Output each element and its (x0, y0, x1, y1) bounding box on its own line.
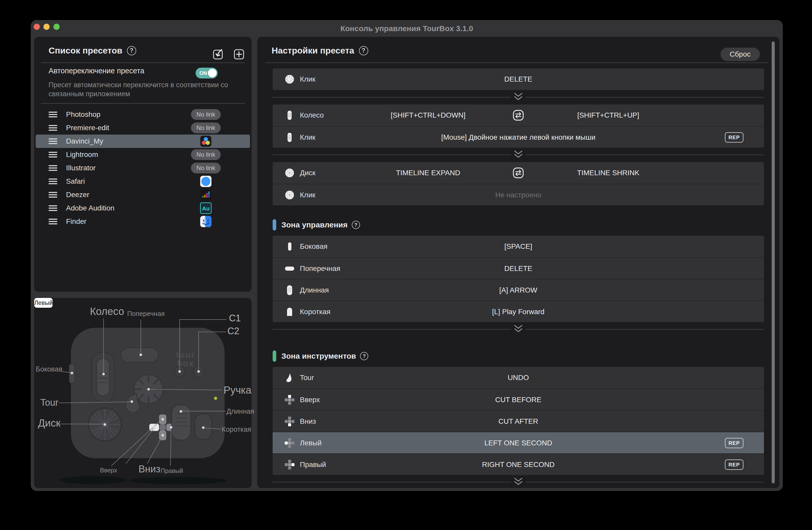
preset-name: Photoshop (66, 108, 100, 121)
repeat-badge: REP (725, 438, 743, 448)
preset-row[interactable]: Safari (36, 175, 250, 188)
auto-switch-toggle[interactable]: ON (195, 68, 218, 79)
help-icon[interactable]: ? (359, 46, 368, 55)
drag-handle-icon[interactable] (48, 125, 57, 131)
control-row[interactable]: КликDELETE (273, 68, 764, 90)
control-group: Боковая[SPACE]ПоперечнаяDELETE Длинная[A… (273, 236, 764, 322)
help-icon[interactable]: ? (352, 221, 360, 229)
control-row[interactable]: ВверхCUT BEFORE (273, 389, 764, 410)
import-preset-button[interactable] (213, 48, 224, 60)
action-value[interactable]: DELETE (273, 68, 764, 90)
divider (273, 482, 511, 483)
settings-content: КликDELETE Колесо[SHIFT+CTRL+DOWN] [SHIF… (273, 62, 764, 488)
group-separator (273, 475, 764, 488)
no-link-badge: No link (191, 163, 221, 173)
diagram-label-transverse: Поперечная (127, 310, 165, 318)
chevron-double-down-icon[interactable] (511, 92, 525, 102)
preset-row[interactable]: PhotoshopNo link (36, 108, 250, 121)
control-row[interactable]: ВнизCUT AFTER (273, 410, 764, 432)
action-value[interactable]: LEFT ONE SECOND (273, 432, 764, 454)
action-value[interactable]: UNDO (273, 367, 764, 389)
audition-icon: Au (200, 202, 212, 214)
drag-handle-icon[interactable] (48, 152, 57, 157)
reset-button[interactable]: Сброс (721, 47, 760, 61)
preset-list-panel: Список пресетов ? Автопереключение пресе… (34, 37, 251, 292)
control-row[interactable]: ДискTIMELINE EXPAND TIMELINE SHRINK (273, 162, 764, 184)
diagram-label-tour: Tour (40, 397, 58, 408)
control-row[interactable]: Длинная[A] ARROW (273, 279, 764, 301)
finder-icon (200, 215, 212, 227)
action-value[interactable]: [L] Play Forward (273, 301, 764, 322)
action-value[interactable]: DELETE (273, 258, 764, 279)
drag-handle-icon[interactable] (48, 205, 57, 211)
diagram-label-right: Правый (161, 467, 183, 474)
drag-handle-icon[interactable] (48, 165, 57, 171)
vertical-scrollbar[interactable] (772, 41, 775, 484)
diagram-label-up: Вверх (100, 467, 117, 474)
control-row[interactable]: ПравыйRIGHT ONE SECONDREP (273, 453, 764, 475)
preset-settings-panel: Настройки пресета ? Сброс КликDELETE Кол… (257, 37, 779, 488)
divider (525, 329, 764, 330)
divider (273, 97, 511, 98)
diagram-label-c2: C2 (228, 326, 239, 336)
drag-handle-icon[interactable] (48, 112, 57, 117)
diagram-label-side: Боковая (36, 365, 62, 373)
drag-handle-icon[interactable] (48, 179, 57, 184)
no-link-badge: No link (191, 149, 221, 160)
tourbox-device-illustration: tour box (34, 298, 251, 488)
drag-handle-icon[interactable] (48, 219, 57, 224)
no-link-badge: No link (191, 123, 221, 133)
chevron-double-down-icon[interactable] (511, 477, 525, 487)
control-row[interactable]: Боковая[SPACE] (273, 236, 764, 257)
action-right[interactable]: [SHIFT+CTRL+UP] (452, 104, 764, 126)
action-value[interactable]: CUT BEFORE (273, 389, 764, 410)
deezer-icon (200, 189, 212, 201)
chevron-double-down-icon[interactable] (511, 150, 525, 160)
action-right[interactable]: TIMELINE SHRINK (452, 162, 764, 184)
preset-list-title: Список пресетов (48, 45, 122, 56)
control-row[interactable]: TourUNDO (273, 367, 764, 389)
help-icon[interactable]: ? (360, 352, 368, 360)
preset-row[interactable]: Premiere-editNo link (36, 121, 250, 135)
action-value[interactable]: Не настроено (273, 184, 764, 205)
preset-row[interactable]: LightroomNo link (36, 148, 250, 161)
chevron-double-down-icon[interactable] (511, 324, 525, 334)
action-value[interactable]: [Mouse] Двойное нажатие левой кнопки мыш… (273, 127, 764, 148)
preset-row[interactable]: Davinci_My (36, 135, 250, 148)
diagram-label-disk: Диск (38, 417, 60, 429)
action-value[interactable]: RIGHT ONE SECOND (273, 454, 764, 475)
control-row[interactable]: ПоперечнаяDELETE (273, 257, 764, 279)
add-preset-button[interactable] (233, 48, 245, 60)
action-value[interactable]: [SPACE] (273, 236, 764, 257)
titlebar[interactable]: Консоль управления TourBox 3.1.0 (31, 20, 782, 37)
preset-name: Illustrator (66, 161, 96, 175)
preset-row[interactable]: Adobe Audition Au (36, 201, 250, 215)
divider (273, 329, 511, 330)
control-row[interactable]: ЛевыйLEFT ONE SECONDREP (273, 432, 764, 453)
control-row[interactable]: КликНе настроено (273, 184, 764, 205)
preset-list: PhotoshopNo linkPremiere-editNo linkDavi… (36, 108, 250, 228)
help-icon[interactable]: ? (127, 46, 136, 55)
group-separator (273, 90, 764, 104)
control-row[interactable]: Колесо[SHIFT+CTRL+DOWN] [SHIFT+CTRL+UP] (273, 104, 764, 126)
control-row[interactable]: Клик[Mouse] Двойное нажатие левой кнопки… (273, 126, 764, 148)
preset-name: Deezer (66, 188, 89, 201)
diagram-label-down: Вниз (139, 464, 160, 475)
action-value[interactable]: [A] ARROW (273, 279, 764, 301)
control-row[interactable]: Короткая[L] Play Forward (273, 301, 764, 322)
preset-row[interactable]: Deezer (36, 188, 250, 201)
preset-row[interactable]: IllustratorNo link (36, 161, 250, 175)
svg-text:Au: Au (202, 205, 209, 212)
preset-row[interactable]: Finder (36, 215, 250, 228)
diagram-label-wheel: Колесо (90, 306, 124, 317)
davinci-resolve-icon (200, 135, 212, 147)
control-group: Колесо[SHIFT+CTRL+DOWN] [SHIFT+CTRL+UP] … (273, 104, 764, 148)
control-group: ДискTIMELINE EXPAND TIMELINE SHRINK Клик… (273, 162, 764, 205)
divider (525, 482, 764, 483)
action-value[interactable]: CUT AFTER (273, 410, 764, 432)
divider (273, 155, 511, 155)
drag-handle-icon[interactable] (48, 192, 57, 198)
section-marker (273, 219, 276, 231)
section-header: Зона управления? (273, 219, 764, 231)
drag-handle-icon[interactable] (48, 138, 57, 144)
